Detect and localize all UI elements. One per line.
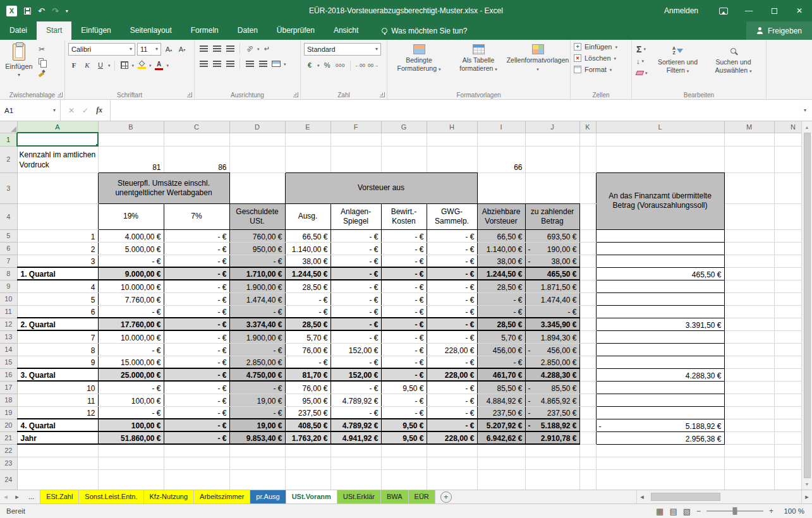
- horizontal-scrollbar[interactable]: [648, 493, 800, 501]
- cell-d21[interactable]: 9.853,40 €: [229, 431, 285, 444]
- tellme-box[interactable]: Was möchten Sie tun?: [377, 21, 472, 40]
- row-header-22[interactable]: 22: [0, 444, 17, 457]
- cell-j5[interactable]: 693,50 €: [525, 229, 579, 242]
- sheet-nav-left-arrow[interactable]: ◂: [0, 490, 11, 503]
- cell-l16[interactable]: 4.288,30 €: [596, 368, 724, 381]
- name-box[interactable]: A1▾: [0, 100, 61, 121]
- cell-e4[interactable]: Ausg.: [285, 203, 330, 229]
- tab-daten[interactable]: Daten: [228, 21, 267, 40]
- cell-i11[interactable]: - €: [477, 305, 525, 318]
- cell-l1[interactable]: [596, 133, 724, 146]
- cell-h21[interactable]: 228,00 €: [427, 431, 477, 444]
- cell-f1[interactable]: [330, 133, 381, 146]
- sheet-tab-ust-voranm[interactable]: USt.Voranm: [286, 490, 337, 503]
- cell-i4[interactable]: Abziehbare Vorsteuer: [477, 203, 525, 229]
- cell-n4[interactable]: [774, 203, 801, 229]
- scroll-down-arrow[interactable]: ▼: [805, 479, 809, 488]
- cell-h1[interactable]: [427, 133, 477, 146]
- cell-l17[interactable]: [596, 381, 724, 394]
- cell-d4[interactable]: Geschuldete USt.: [229, 203, 285, 229]
- cell-g1[interactable]: [381, 133, 427, 146]
- cell-j3[interactable]: [525, 172, 579, 203]
- alignment-dialog-launcher[interactable]: [293, 92, 298, 97]
- cell-l9[interactable]: [596, 280, 724, 292]
- scroll-up-arrow[interactable]: ▲: [805, 123, 809, 131]
- cell-i15[interactable]: - €: [477, 356, 525, 368]
- tab-seitenlayout[interactable]: Seitenlayout: [121, 21, 181, 40]
- cell-l20[interactable]: -5.188,92 €: [596, 419, 724, 431]
- cell-d22[interactable]: [229, 444, 285, 457]
- cell-j2[interactable]: [525, 146, 579, 172]
- zoom-slider[interactable]: [706, 510, 763, 512]
- cell-h17[interactable]: - €: [427, 381, 477, 394]
- cell-h2[interactable]: [427, 146, 477, 172]
- cell-e15[interactable]: - €: [285, 356, 330, 368]
- cell-f21[interactable]: 4.941,92 €: [330, 431, 381, 444]
- cell-styles-button[interactable]: Zellenformatvorlagen ▾: [508, 41, 567, 72]
- cell-j16[interactable]: 4.288,30 €: [525, 368, 579, 381]
- cell-n8[interactable]: [774, 267, 801, 280]
- tab-einfuegen[interactable]: Einfügen: [71, 21, 120, 40]
- column-header-k[interactable]: K: [579, 121, 596, 133]
- cell-k2[interactable]: [579, 146, 596, 172]
- cell-b10[interactable]: 7.760,00 €: [98, 292, 164, 305]
- cell-j7[interactable]: -38,00 €: [525, 255, 579, 267]
- cell-f12[interactable]: - €: [330, 318, 381, 330]
- cell-f20[interactable]: 4.789,92 €: [330, 419, 381, 431]
- fill-button[interactable]: ↓▾: [636, 56, 648, 66]
- cell-k23[interactable]: [579, 457, 596, 469]
- cell-g7[interactable]: - €: [381, 255, 427, 267]
- cell-a12[interactable]: 2. Quartal: [17, 318, 98, 330]
- cell-g18[interactable]: - €: [381, 394, 427, 406]
- cell-j10[interactable]: 1.474,40 €: [525, 292, 579, 305]
- cell-i6[interactable]: 1.140,00 €: [477, 242, 525, 255]
- cell-c21[interactable]: - €: [164, 431, 229, 444]
- cell-c14[interactable]: - €: [164, 343, 229, 356]
- cell-k8[interactable]: [579, 267, 596, 280]
- cell-d17[interactable]: - €: [229, 381, 285, 394]
- row-header-1[interactable]: 1: [0, 133, 17, 146]
- align-middle-button[interactable]: [211, 43, 222, 54]
- cell-c19[interactable]: - €: [164, 406, 229, 419]
- copy-button[interactable]: [39, 56, 45, 66]
- column-header-a[interactable]: A: [17, 121, 98, 133]
- cell-m11[interactable]: [724, 305, 774, 318]
- cell-b20[interactable]: 100,00 €: [98, 419, 164, 431]
- cell-h9[interactable]: - €: [427, 280, 477, 292]
- cell-a14[interactable]: 8: [17, 343, 98, 356]
- cell-h24[interactable]: [427, 469, 477, 490]
- cell-b1[interactable]: [98, 133, 164, 146]
- cell-n12[interactable]: [774, 318, 801, 330]
- column-header-m[interactable]: M: [724, 121, 774, 133]
- cell-i7[interactable]: 38,00 €: [477, 255, 525, 267]
- cell-a21[interactable]: Jahr: [17, 431, 98, 444]
- cell-k10[interactable]: [579, 292, 596, 305]
- cell-n14[interactable]: [774, 343, 801, 356]
- cell-j15[interactable]: 2.850,00 €: [525, 356, 579, 368]
- undo-button[interactable]: ↶: [38, 6, 45, 16]
- cell-l6[interactable]: [596, 242, 724, 255]
- sheet-tab-pr-ausg[interactable]: pr.Ausg: [250, 490, 286, 503]
- cell-b18[interactable]: 100,00 €: [98, 394, 164, 406]
- row-header-12[interactable]: 12: [0, 318, 17, 330]
- cell-a6[interactable]: 2: [17, 242, 98, 255]
- cell-l2[interactable]: [596, 146, 724, 172]
- sheet-nav-right-arrow[interactable]: ▸: [11, 490, 23, 503]
- cell-e20[interactable]: 408,50 €: [285, 419, 330, 431]
- cell-g6[interactable]: - €: [381, 242, 427, 255]
- accounting-format-button[interactable]: €: [304, 59, 315, 71]
- cell-b21[interactable]: 51.860,00 €: [98, 431, 164, 444]
- row-header-20[interactable]: 20: [0, 419, 17, 431]
- cell-f23[interactable]: [330, 457, 381, 469]
- increase-decimal-button[interactable]: ←00: [354, 59, 366, 71]
- decrease-font-size-button[interactable]: A▾: [176, 44, 188, 55]
- cell-i10[interactable]: - €: [477, 292, 525, 305]
- zoom-in-button[interactable]: +: [769, 507, 773, 515]
- cell-i20[interactable]: 5.207,92 €: [477, 419, 525, 431]
- cell-i18[interactable]: 4.884,92 €: [477, 394, 525, 406]
- cell-g15[interactable]: - €: [381, 356, 427, 368]
- cell-g12[interactable]: - €: [381, 318, 427, 330]
- redo-button[interactable]: ↷: [52, 6, 59, 16]
- cell-k6[interactable]: [579, 242, 596, 255]
- format-cells-button[interactable]: Format▾: [574, 66, 628, 73]
